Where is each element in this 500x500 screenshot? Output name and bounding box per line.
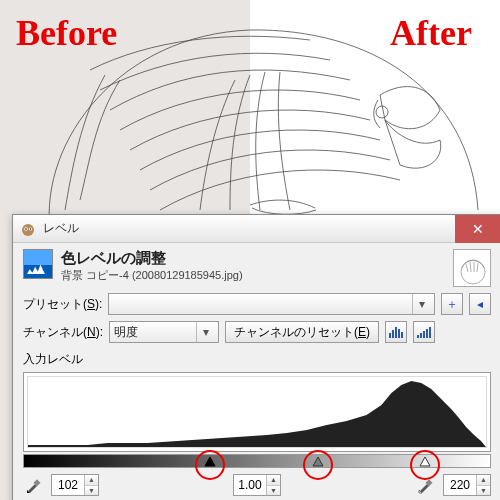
white-point-spinner[interactable]: 220 ▲▼ xyxy=(443,474,491,496)
svg-point-5 xyxy=(30,228,31,229)
white-eyedropper-button[interactable] xyxy=(415,474,437,496)
spin-down[interactable]: ▼ xyxy=(267,486,280,496)
layer-thumbnail[interactable] xyxy=(453,249,491,287)
log-histogram-icon xyxy=(416,325,432,339)
spin-up[interactable]: ▲ xyxy=(477,475,490,486)
histogram-plot xyxy=(28,377,486,447)
app-icon xyxy=(19,220,37,238)
after-label: After xyxy=(390,12,472,54)
black-point-spinner[interactable]: 102 ▲▼ xyxy=(51,474,99,496)
close-icon: ✕ xyxy=(472,221,484,237)
titlebar[interactable]: レベル ✕ xyxy=(13,215,500,243)
gamma-value: 1.00 xyxy=(234,475,266,495)
black-point-value: 102 xyxy=(52,475,84,495)
gamma-spinner[interactable]: 1.00 ▲▼ xyxy=(233,474,281,496)
dialog-title: 色レベルの調整 xyxy=(61,249,445,268)
eyedropper-black-icon xyxy=(25,476,43,494)
before-label: Before xyxy=(16,12,117,54)
input-levels-label: 入力レベル xyxy=(23,351,491,368)
svg-point-4 xyxy=(25,228,27,230)
gamma-slider[interactable] xyxy=(312,455,324,467)
linear-histogram-button[interactable] xyxy=(385,321,407,343)
levels-icon xyxy=(23,249,53,279)
svg-rect-9 xyxy=(392,330,394,338)
spin-down[interactable]: ▼ xyxy=(477,486,490,496)
linear-histogram-icon xyxy=(388,325,404,339)
svg-marker-19 xyxy=(313,457,323,466)
channel-label: チャンネル(N): xyxy=(23,324,103,341)
black-eyedropper-button[interactable] xyxy=(23,474,45,496)
histogram[interactable] xyxy=(23,372,491,452)
preset-add-button[interactable]: ＋ xyxy=(441,293,463,315)
channel-value: 明度 xyxy=(114,324,196,341)
plus-icon: ＋ xyxy=(446,296,458,313)
chevron-down-icon: ▾ xyxy=(412,294,430,314)
black-point-slider[interactable] xyxy=(204,455,216,467)
svg-point-0 xyxy=(376,106,388,118)
window-title: レベル xyxy=(43,220,449,237)
svg-marker-18 xyxy=(205,457,215,466)
svg-rect-13 xyxy=(417,335,419,338)
svg-rect-15 xyxy=(423,331,425,338)
channel-combo[interactable]: 明度 ▾ xyxy=(109,321,219,343)
spin-down[interactable]: ▼ xyxy=(85,486,98,496)
svg-point-1 xyxy=(22,224,34,236)
channel-reset-button[interactable]: チャンネルのリセット(E) xyxy=(225,321,379,343)
white-point-slider[interactable] xyxy=(419,455,431,467)
input-gradient[interactable] xyxy=(23,454,491,468)
levels-dialog: レベル ✕ 色レベルの調整 背景 コピー-4 (20080129185945.j… xyxy=(12,214,500,500)
spin-up[interactable]: ▲ xyxy=(267,475,280,486)
preset-menu-button[interactable]: ◂ xyxy=(469,293,491,315)
chevron-down-icon: ▾ xyxy=(196,322,214,342)
preset-combo[interactable]: ▾ xyxy=(108,293,435,315)
menu-arrow-icon: ◂ xyxy=(477,297,483,311)
preset-label: プリセット(S): xyxy=(23,296,102,313)
dialog-subtitle: 背景 コピー-4 (20080129185945.jpg) xyxy=(61,268,445,283)
svg-rect-8 xyxy=(389,333,391,338)
white-point-value: 220 xyxy=(444,475,476,495)
svg-rect-14 xyxy=(420,333,422,338)
svg-rect-6 xyxy=(454,250,491,287)
svg-rect-10 xyxy=(395,327,397,338)
svg-rect-11 xyxy=(398,329,400,338)
svg-rect-17 xyxy=(429,327,431,338)
svg-rect-12 xyxy=(401,332,403,338)
eyedropper-white-icon xyxy=(417,476,435,494)
log-histogram-button[interactable] xyxy=(413,321,435,343)
svg-marker-20 xyxy=(420,457,430,466)
close-button[interactable]: ✕ xyxy=(455,215,500,243)
spin-up[interactable]: ▲ xyxy=(85,475,98,486)
svg-rect-16 xyxy=(426,329,428,338)
